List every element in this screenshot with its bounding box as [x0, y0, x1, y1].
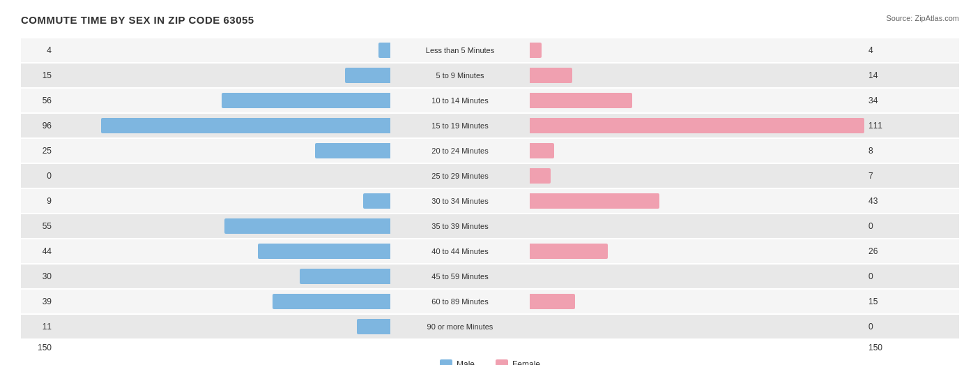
bar-row: 96 15 to 19 Minutes 111 [21, 114, 959, 137]
female-value: 111 [864, 121, 899, 131]
male-bar-container [56, 319, 390, 334]
male-bar-container [56, 143, 390, 158]
female-bar-container [530, 43, 864, 58]
female-value: 8 [864, 146, 899, 156]
male-bar [315, 143, 390, 158]
male-value: 44 [21, 246, 56, 256]
row-label: 90 or more Minutes [390, 322, 530, 331]
row-label: 10 to 14 Minutes [390, 96, 530, 105]
bar-row: 15 5 to 9 Minutes 14 [21, 64, 959, 87]
female-value: 7 [864, 171, 899, 181]
bar-row: 39 60 to 89 Minutes 15 [21, 290, 959, 313]
male-value: 30 [21, 271, 56, 281]
axis-right-label: 150 [864, 343, 899, 352]
legend-female: Female [496, 359, 540, 365]
female-value: 0 [864, 271, 899, 281]
female-bar-container [530, 269, 864, 284]
male-value: 39 [21, 297, 56, 306]
male-bar [378, 43, 390, 58]
male-bar [101, 118, 390, 133]
male-bar-container [56, 269, 390, 284]
male-bar [363, 193, 390, 209]
female-bar-container [530, 143, 864, 158]
female-bar [530, 244, 608, 259]
female-legend-box [496, 359, 508, 365]
female-value: 4 [864, 45, 899, 55]
legend-row: Male Female [21, 359, 959, 365]
axis-left-label: 150 [21, 343, 56, 352]
row-label: 40 to 44 Minutes [390, 247, 530, 255]
female-value: 0 [864, 322, 899, 332]
female-bar [530, 68, 572, 83]
male-bar-container [56, 168, 390, 184]
male-value: 0 [21, 171, 56, 181]
male-value: 11 [21, 322, 56, 332]
axis-row: 150 150 [21, 343, 959, 352]
female-bar-container [530, 294, 864, 309]
female-value: 34 [864, 96, 899, 105]
male-value: 56 [21, 96, 56, 105]
female-bar-container [530, 218, 864, 234]
bar-row: 25 20 to 24 Minutes 8 [21, 139, 959, 163]
male-value: 55 [21, 221, 56, 231]
bar-row: 9 30 to 34 Minutes 43 [21, 189, 959, 213]
bar-row: 44 40 to 44 Minutes 26 [21, 239, 959, 263]
male-bar-container [56, 244, 390, 259]
row-label: 15 to 19 Minutes [390, 121, 530, 130]
row-label: 20 to 24 Minutes [390, 147, 530, 155]
row-label: Less than 5 Minutes [390, 46, 530, 54]
female-bar [530, 294, 575, 309]
male-value: 9 [21, 196, 56, 206]
male-bar [224, 218, 390, 234]
male-legend-box [440, 359, 452, 365]
row-label: 5 to 9 Minutes [390, 71, 530, 80]
male-bar-container [56, 68, 390, 83]
male-bar [273, 294, 390, 309]
male-bar-container [56, 193, 390, 209]
bar-row: 30 45 to 59 Minutes 0 [21, 265, 959, 288]
chart-area: 4 Less than 5 Minutes 4 15 5 to 9 Minute… [21, 38, 959, 365]
male-bar [258, 244, 390, 259]
female-bar [530, 43, 542, 58]
male-bar [222, 93, 390, 108]
row-label: 35 to 39 Minutes [390, 222, 530, 230]
bar-row: 0 25 to 29 Minutes 7 [21, 164, 959, 188]
female-bar-container [530, 319, 864, 334]
female-legend-label: Female [512, 359, 540, 365]
male-bar-container [56, 118, 390, 133]
bar-row: 4 Less than 5 Minutes 4 [21, 38, 959, 62]
bar-row: 11 90 or more Minutes 0 [21, 315, 959, 338]
legend-male: Male [440, 359, 475, 365]
female-bar-container [530, 244, 864, 259]
male-bar-container [56, 43, 390, 58]
male-value: 4 [21, 45, 56, 55]
female-value: 15 [864, 297, 899, 306]
row-label: 25 to 29 Minutes [390, 172, 530, 180]
female-value: 0 [864, 221, 899, 231]
row-label: 45 to 59 Minutes [390, 272, 530, 281]
female-bar [530, 193, 659, 209]
male-bar-container [56, 93, 390, 108]
female-bar [530, 143, 554, 158]
female-bar [530, 168, 551, 184]
source-text: Source: ZipAtlas.com [886, 14, 959, 22]
female-bar-container [530, 118, 864, 133]
male-bar-container [56, 218, 390, 234]
female-bar-container [530, 193, 864, 209]
row-label: 60 to 89 Minutes [390, 297, 530, 306]
female-value: 43 [864, 196, 899, 206]
bar-row: 55 35 to 39 Minutes 0 [21, 214, 959, 238]
female-bar-container [530, 168, 864, 184]
male-bar [357, 319, 390, 334]
male-legend-label: Male [457, 359, 475, 365]
male-bar-container [56, 294, 390, 309]
bar-row: 56 10 to 14 Minutes 34 [21, 89, 959, 112]
female-bar [530, 118, 864, 133]
male-bar [345, 68, 390, 83]
row-label: 30 to 34 Minutes [390, 197, 530, 205]
female-bar [530, 93, 632, 108]
male-value: 15 [21, 70, 56, 80]
female-bar-container [530, 93, 864, 108]
male-value: 96 [21, 121, 56, 131]
male-value: 25 [21, 146, 56, 156]
